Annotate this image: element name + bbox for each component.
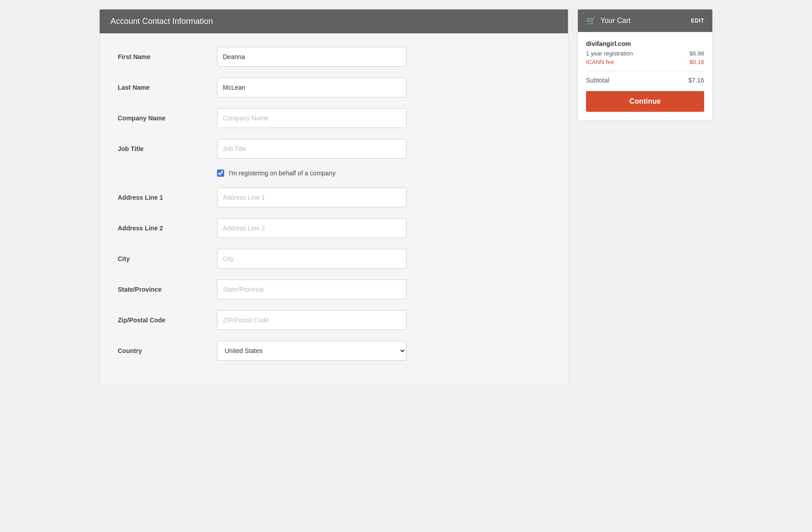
main-panel: Account Contact Information First Name L…	[99, 9, 568, 385]
panel-header: Account Contact Information	[100, 9, 568, 33]
address-line-1-row: Address Line 1	[118, 188, 550, 207]
page-wrapper: Account Contact Information First Name L…	[99, 9, 713, 385]
city-label: City	[118, 255, 217, 262]
job-title-input[interactable]	[217, 139, 406, 159]
cart-registration-label: 1 year registration	[586, 50, 633, 57]
company-checkbox-row: I'm registering on behalf of a company	[217, 170, 550, 177]
first-name-row: First Name	[118, 47, 550, 67]
first-name-label: First Name	[118, 53, 217, 60]
cart-divider	[586, 71, 704, 71]
cart-header: 🛒 Your Cart EDIT	[578, 9, 712, 32]
company-name-row: Company Name	[118, 108, 550, 128]
form-body: First Name Last Name Company Name Job Ti…	[100, 33, 568, 385]
job-title-label: Job Title	[118, 145, 217, 152]
zip-postal-input[interactable]	[217, 310, 406, 330]
cart-subtotal-row: Subtotal $7.16	[586, 77, 704, 84]
cart-edit-button[interactable]: EDIT	[691, 18, 704, 24]
city-row: City	[118, 249, 550, 269]
address-line-2-label: Address Line 2	[118, 225, 217, 232]
address-line-1-label: Address Line 1	[118, 194, 217, 201]
cart-icann-row: ICANN fee $0.18	[586, 59, 704, 65]
cart-box: 🛒 Your Cart EDIT divifangirl.com 1 year …	[577, 9, 713, 120]
address-line-2-row: Address Line 2	[118, 218, 550, 238]
company-name-input[interactable]	[217, 108, 406, 128]
city-input[interactable]	[217, 249, 406, 269]
cart-registration-row: 1 year registration $6.98	[586, 50, 704, 57]
cart-title: Your Cart	[600, 17, 631, 25]
panel-title: Account Contact Information	[111, 17, 213, 26]
company-checkbox[interactable]	[217, 170, 224, 177]
continue-button[interactable]: Continue	[586, 91, 704, 112]
address-line-2-input[interactable]	[217, 218, 406, 238]
cart-icann-price: $0.18	[689, 59, 704, 65]
company-name-label: Company Name	[118, 115, 217, 122]
country-select[interactable]: United States Canada United Kingdom Aust…	[217, 341, 406, 361]
cart-domain: divifangirl.com	[586, 40, 704, 47]
address-line-1-input[interactable]	[217, 188, 406, 207]
cart-body: divifangirl.com 1 year registration $6.9…	[578, 32, 712, 120]
state-province-row: State/Province	[118, 280, 550, 299]
first-name-input[interactable]	[217, 47, 406, 67]
cart-registration-price: $6.98	[689, 50, 704, 57]
country-label: Country	[118, 347, 217, 354]
zip-postal-row: Zip/Postal Code	[118, 310, 550, 330]
last-name-row: Last Name	[118, 78, 550, 97]
state-province-input[interactable]	[217, 280, 406, 299]
cart-icon: 🛒	[586, 16, 596, 26]
company-checkbox-label: I'm registering on behalf of a company	[229, 170, 336, 177]
state-province-label: State/Province	[118, 286, 217, 293]
cart-subtotal-label: Subtotal	[586, 77, 609, 84]
cart-icann-label: ICANN fee	[586, 59, 614, 65]
cart-header-left: 🛒 Your Cart	[586, 16, 631, 26]
job-title-row: Job Title	[118, 139, 550, 159]
cart-subtotal-price: $7.16	[688, 77, 704, 84]
cart-panel: 🛒 Your Cart EDIT divifangirl.com 1 year …	[577, 9, 713, 385]
last-name-input[interactable]	[217, 78, 406, 97]
last-name-label: Last Name	[118, 84, 217, 91]
zip-postal-label: Zip/Postal Code	[118, 316, 217, 324]
country-row: Country United States Canada United King…	[118, 341, 550, 361]
